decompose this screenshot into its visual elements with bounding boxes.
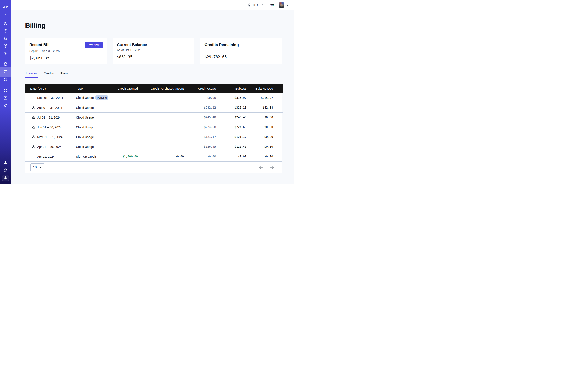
credits-dollar-button[interactable] [0, 174, 11, 182]
invoice-row: Apr 01, 2024 Sign Up Credit $1,000.00 $0… [25, 152, 283, 161]
invoice-type: Cloud Usage [76, 106, 94, 109]
invoice-type: Cloud Usage [76, 125, 94, 129]
invoices-table: Date (UTC) Type Credit Granted Credit Pu… [25, 84, 282, 173]
invoice-date: Aug 01 – 31, 2024 [37, 106, 62, 109]
collapse-chevron-right-icon[interactable] [0, 11, 11, 19]
observe-spiral-icon[interactable] [0, 19, 11, 27]
user-avatar[interactable] [279, 2, 284, 8]
invoice-date: Jul 01 – 31, 2024 [37, 116, 61, 119]
download-invoice-icon[interactable] [32, 116, 35, 119]
timezone-selector[interactable]: UTC [248, 3, 263, 7]
asterisk-icon[interactable] [0, 50, 11, 57]
settings-gear-icon[interactable] [0, 76, 11, 83]
credit-purchase-value [138, 103, 184, 112]
credits-dollar-seal-icon [2, 175, 9, 181]
clock-icon [248, 3, 252, 7]
tab-credits[interactable]: Credits [43, 72, 54, 77]
credit-granted-value [113, 142, 138, 152]
summary-cards: Recent Bill Pay Now Sep 01 – Sep 30, 202… [25, 38, 282, 64]
credit-purchase-value [138, 112, 184, 122]
col-credit-purchase: Credit Purchase Amount [138, 84, 184, 93]
invoice-date: Apr 01 – 30, 2024 [37, 145, 61, 148]
timezone-label: UTC [253, 3, 259, 7]
col-credit-usage: Credit Usage [184, 84, 216, 93]
docs-book-sparkle-icon[interactable] [0, 94, 11, 101]
chevron-down-icon [39, 166, 42, 169]
credit-granted-value [113, 103, 138, 112]
credit-usage-value: -$224.68 [184, 122, 216, 132]
download-invoice-icon[interactable] [32, 106, 35, 109]
subtotal-value: $245.48 [216, 112, 246, 122]
page-title: Billing [25, 21, 282, 29]
cube-icon[interactable] [0, 42, 11, 49]
pay-now-button[interactable]: Pay Now [85, 42, 103, 48]
balance-due-value: $0.00 [246, 142, 283, 152]
rocket-icon[interactable] [0, 102, 11, 109]
download-invoice-icon [32, 155, 35, 158]
helm-wheel-icon[interactable] [0, 87, 11, 94]
credit-granted-value [113, 112, 138, 122]
current-balance-title: Current Balance [117, 43, 147, 47]
credit-purchase-value [138, 122, 184, 132]
col-type: Type [76, 84, 113, 93]
recent-bill-amount: $2,061.35 [29, 56, 103, 60]
col-date: Date (UTC) [25, 84, 76, 93]
dashboard-gauge-icon[interactable] [0, 60, 11, 68]
invoice-date: Jun 01 – 30, 2024 [37, 125, 62, 129]
topbar: UTC [11, 0, 294, 10]
chevron-down-icon[interactable] [286, 3, 289, 7]
invoice-type: Cloud Usage [76, 96, 94, 99]
subtotal-value: $0.00 [216, 152, 246, 161]
credit-granted-value [113, 122, 138, 132]
timer-icon[interactable] [0, 27, 11, 35]
status-badge: Pending [95, 95, 109, 100]
next-page-arrow-icon[interactable] [270, 165, 274, 170]
col-credit-granted: Credit Granted [113, 84, 138, 93]
balance-due-value: $0.00 [246, 152, 283, 161]
tab-invoices[interactable]: Invoices [25, 72, 38, 77]
invoice-row: May 01 – 31, 2024 Cloud Usage -$121.17 $… [25, 132, 283, 142]
invoice-row: Apr 01 – 30, 2024 Cloud Usage -$126.45 $… [25, 142, 283, 152]
table-footer: 10 [25, 161, 282, 173]
invoice-type: Cloud Usage [76, 135, 94, 139]
credit-usage-value: -$245.48 [184, 112, 216, 122]
tab-plans[interactable]: Plans [60, 72, 69, 77]
recent-bill-period: Sep 01 – Sep 30, 2025 [29, 49, 103, 53]
invoice-row: Jul 01 – 31, 2024 Cloud Usage -$245.48 $… [25, 112, 283, 122]
subtotal-value: $325.10 [216, 103, 246, 112]
balance-due-value: $42.88 [246, 103, 283, 112]
credit-granted-value [113, 132, 138, 142]
invoice-type: Sign Up Credit [76, 155, 96, 158]
subtotal-value: $121.17 [216, 132, 246, 142]
invoice-row: Sept 01 – 30, 2024 Cloud Usage Pending $… [25, 93, 283, 103]
balance-due-value: $0.00 [246, 132, 283, 142]
main-content: Billing Recent Bill Pay Now Sep 01 – Sep… [11, 10, 294, 184]
layers-icon[interactable] [0, 35, 11, 42]
flask-icon[interactable] [0, 159, 11, 166]
invoice-date: May 01 – 31, 2024 [37, 135, 62, 139]
theme-sun-icon[interactable] [0, 166, 11, 174]
current-balance-as-of: As of Oct 15, 2025 [117, 48, 190, 52]
credits-remaining-title: Credits Remaining [205, 43, 239, 47]
invoice-date: Sept 01 – 30, 2024 [37, 96, 63, 99]
invoice-date: Apr 01, 2024 [37, 155, 55, 158]
download-invoice-icon[interactable] [32, 145, 35, 148]
page-size-select[interactable]: 10 [30, 163, 45, 171]
3d-glasses-icon[interactable] [270, 3, 275, 7]
invoice-type: Cloud Usage [76, 116, 94, 119]
credit-purchase-value: $0.00 [138, 152, 184, 161]
download-invoice-icon [32, 96, 35, 99]
credit-usage-value: $0.00 [184, 93, 216, 103]
current-balance-amount: $861.35 [117, 55, 190, 59]
recent-bill-card: Recent Bill Pay Now Sep 01 – Sep 30, 202… [25, 38, 107, 64]
chevron-down-icon [260, 3, 263, 7]
subtotal-value: $126.45 [216, 142, 246, 152]
download-invoice-icon[interactable] [32, 135, 35, 138]
page-size-value: 10 [33, 166, 37, 169]
brand-orbit-logo-icon[interactable] [0, 3, 11, 11]
credits-remaining-amount: $29,782.65 [205, 55, 278, 59]
billing-tabs: Invoices Credits Plans [25, 72, 282, 78]
billing-card-icon[interactable] [0, 68, 11, 75]
download-invoice-icon[interactable] [32, 125, 35, 129]
previous-page-arrow-icon[interactable] [259, 165, 263, 170]
